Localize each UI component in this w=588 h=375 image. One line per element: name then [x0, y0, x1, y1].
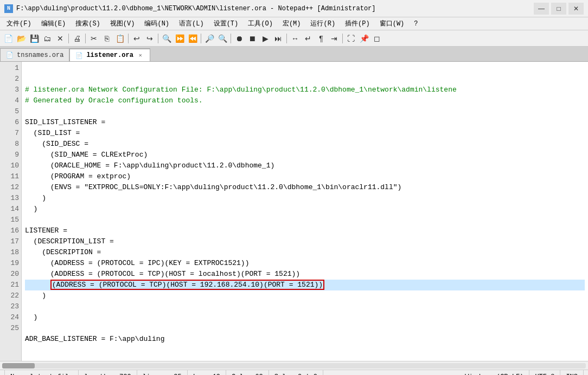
save-button[interactable]: 💾: [28, 33, 40, 44]
line-number: 24: [2, 312, 19, 323]
menu-tools[interactable]: 工具(O): [244, 18, 277, 29]
code-line[interactable]: ): [25, 290, 585, 301]
code-line[interactable]: ): [25, 204, 585, 215]
save-all-button[interactable]: 🗂: [41, 33, 53, 44]
macro-stop-button[interactable]: ⏹: [246, 33, 258, 44]
title-bar-left: N F:\app\duling\product\11.2.0\dbhome_1\…: [4, 4, 376, 13]
code-line[interactable]: SID_LIST_LISTENER =: [25, 117, 585, 128]
code-line[interactable]: (PROGRAM = extproc): [25, 171, 585, 182]
scrollbar-track[interactable]: [2, 363, 586, 368]
tab-tnsnames[interactable]: 📄 tnsnames.ora: [0, 48, 69, 61]
code-line[interactable]: ): [25, 193, 585, 204]
minimize-button[interactable]: —: [534, 3, 549, 15]
menu-view[interactable]: 视图(V): [106, 18, 139, 29]
menu-plugins[interactable]: 插件(P): [341, 18, 374, 29]
paste-button[interactable]: 📋: [114, 33, 126, 44]
code-line[interactable]: [25, 215, 585, 225]
line-number: 7: [2, 128, 19, 139]
status-length: length : 730: [79, 370, 137, 375]
editor-container: 1234567891011121314151617181920212223242…: [0, 62, 588, 361]
find-prev-button[interactable]: ⏪: [187, 33, 199, 44]
close-button2[interactable]: ✕: [54, 33, 66, 44]
title-bar: N F:\app\duling\product\11.2.0\dbhome_1\…: [0, 0, 588, 17]
window-controls: — □ ✕: [534, 3, 584, 15]
tab-listener[interactable]: 📄 listener.ora ✕: [69, 48, 150, 61]
line-number: 19: [2, 258, 19, 269]
indent-button[interactable]: ⇥: [328, 33, 340, 44]
code-line[interactable]: (DESCRIPTION_LIST =: [25, 236, 585, 247]
full-screen-button[interactable]: ⛶: [345, 33, 357, 44]
menu-encoding[interactable]: 编码(N): [140, 18, 174, 29]
code-line[interactable]: # Generated by Oracle configuration tool…: [25, 95, 585, 106]
menu-settings[interactable]: 设置(T): [209, 18, 243, 29]
post-it-button[interactable]: 📌: [358, 33, 370, 44]
find-button[interactable]: 🔍: [161, 33, 172, 44]
menu-help[interactable]: ?: [410, 19, 422, 29]
line-number: 1: [2, 63, 19, 74]
zoom-in-button[interactable]: 🔎: [203, 33, 215, 44]
distraction-free-button[interactable]: ◻: [371, 33, 383, 44]
code-line[interactable]: [25, 345, 585, 355]
line-numbers: 1234567891011121314151617181920212223242…: [0, 62, 22, 361]
macro-run-button[interactable]: ⏭: [272, 33, 284, 44]
word-wrap-button[interactable]: ↵: [302, 33, 314, 44]
new-button[interactable]: 📄: [2, 33, 14, 44]
code-line[interactable]: (DESCRIPTION =: [25, 247, 585, 258]
sync-scroll-button[interactable]: ↔: [289, 33, 301, 44]
maximize-button[interactable]: □: [551, 3, 566, 15]
menu-edit[interactable]: 编辑(E): [37, 18, 71, 29]
menu-window[interactable]: 窗口(W): [375, 18, 409, 29]
code-line[interactable]: (SID_LIST =: [25, 128, 585, 139]
find-next-button[interactable]: ⏩: [174, 33, 186, 44]
line-number: 4: [2, 95, 19, 106]
code-line[interactable]: LISTENER =: [25, 225, 585, 236]
redo-button[interactable]: ↪: [144, 33, 156, 44]
code-line[interactable]: ADR_BASE_LISTENER = F:\app\duling: [25, 334, 585, 345]
open-button[interactable]: 📂: [15, 33, 27, 44]
menu-language[interactable]: 语言(L): [175, 18, 208, 29]
status-line-ending: Windows (CR LF): [459, 370, 529, 375]
code-line[interactable]: (ADDRESS = (PROTOCOL = IPC)(KEY = EXTPRO…: [25, 258, 585, 269]
print-button[interactable]: 🖨: [71, 33, 83, 44]
copy-button[interactable]: ⎘: [101, 33, 113, 44]
menu-file[interactable]: 文件(F): [2, 18, 36, 29]
line-number: 21: [2, 280, 19, 290]
code-line[interactable]: (ADDRESS = (PROTOCOL = TCP)(HOST = local…: [25, 269, 585, 280]
close-button[interactable]: ✕: [568, 3, 584, 15]
macro-play-button[interactable]: ▶: [259, 33, 271, 44]
tab-bar: 📄 tnsnames.ora 📄 listener.ora ✕: [0, 47, 588, 62]
code-line[interactable]: (ADDRESS = (PROTOCOL = TCP)(HOST = 192.1…: [25, 280, 585, 290]
code-line[interactable]: (ENVS = "EXTPROC_DLLS=ONLY:F:\app\duling…: [25, 182, 585, 193]
status-ln: Ln : 19: [188, 370, 226, 375]
status-bar: Normal text file length : 730 lines : 25…: [0, 370, 588, 375]
menu-macro[interactable]: 宏(M): [278, 18, 305, 29]
separator-8: [342, 34, 343, 43]
app-icon: N: [4, 4, 13, 13]
separator-1: [68, 34, 69, 43]
zoom-out-button[interactable]: 🔍: [216, 33, 228, 44]
separator-3: [128, 34, 129, 43]
horizontal-scrollbar[interactable]: [0, 361, 588, 370]
tab-listener-close[interactable]: ✕: [137, 51, 144, 59]
code-line[interactable]: ): [25, 312, 585, 323]
code-line[interactable]: (SID_DESC =: [25, 139, 585, 150]
undo-button[interactable]: ↩: [131, 33, 143, 44]
code-line[interactable]: [25, 323, 585, 334]
cut-button[interactable]: ✂: [88, 33, 100, 44]
line-number: 6: [2, 117, 19, 128]
show-symbol-button[interactable]: ¶: [315, 33, 327, 44]
macro-rec-button[interactable]: ⏺: [233, 33, 245, 44]
line-number: 11: [2, 171, 19, 182]
code-line[interactable]: # listener.ora Network Configuration Fil…: [25, 85, 585, 95]
scrollbar-thumb[interactable]: [2, 363, 35, 368]
code-area[interactable]: # listener.ora Network Configuration Fil…: [22, 62, 588, 361]
code-line[interactable]: [25, 301, 585, 312]
code-line[interactable]: (ORACLE_HOME = F:\app\duling\product\11.…: [25, 160, 585, 171]
status-mode: INS: [560, 370, 584, 375]
code-line[interactable]: (SID_NAME = CLRExtProc): [25, 150, 585, 160]
menu-run[interactable]: 运行(R): [306, 18, 340, 29]
code-line[interactable]: [25, 106, 585, 117]
status-file-type: Normal text file: [4, 370, 79, 375]
menu-search[interactable]: 搜索(S): [71, 18, 105, 29]
toolbar: 📄 📂 💾 🗂 ✕ 🖨 ✂ ⎘ 📋 ↩ ↪ 🔍 ⏩ ⏪ 🔎 🔍 ⏺ ⏹ ▶ ⏭ …: [0, 30, 588, 47]
